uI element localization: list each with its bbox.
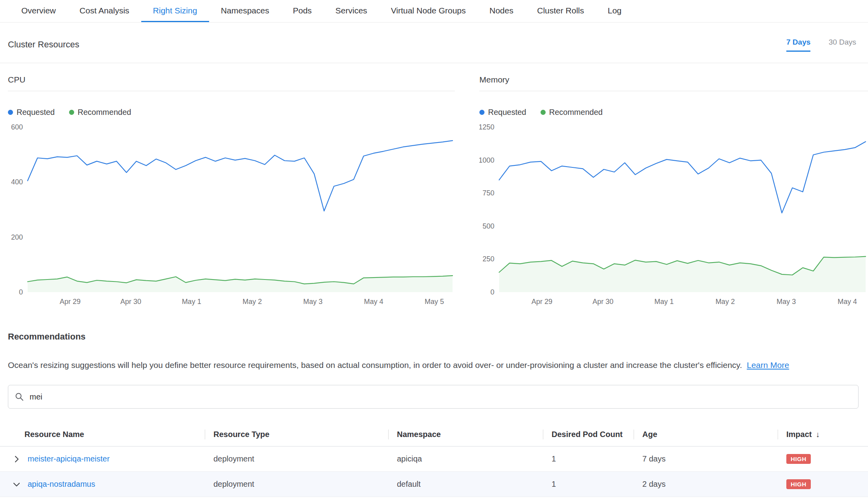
svg-text:500: 500: [483, 222, 494, 230]
legend-item-requested[interactable]: Requested: [8, 108, 55, 117]
column-impact-label: Impact: [786, 430, 812, 439]
age-cell: 2 days: [634, 480, 778, 489]
legend-dot-recommended: [69, 110, 74, 115]
recommendations-title: Recommendations: [8, 332, 868, 342]
resource-name-link[interactable]: meister-apiciqa-meister: [28, 454, 110, 463]
charts-section: CPU Requested Recommended 0200400600Apr …: [0, 63, 868, 306]
table-row[interactable]: apiqa-nostradamus deployment default 1 2…: [0, 472, 868, 497]
chevron-right-icon[interactable]: [12, 454, 21, 464]
legend-label-recommended: Recommended: [78, 108, 131, 117]
range-7-days[interactable]: 7 Days: [786, 38, 810, 52]
svg-text:May 1: May 1: [182, 298, 201, 306]
cpu-chart-title: CPU: [8, 63, 455, 91]
desired-pod-count-cell: 1: [543, 480, 634, 489]
resource-type-cell: deployment: [205, 454, 388, 463]
svg-text:0: 0: [19, 288, 23, 296]
resource-name-cell: apiqa-nostradamus: [0, 480, 205, 489]
sort-descending-icon[interactable]: ↓: [816, 430, 819, 439]
impact-cell: HIGH: [778, 454, 868, 464]
range-30-days[interactable]: 30 Days: [829, 38, 856, 52]
svg-text:600: 600: [11, 124, 23, 131]
search-icon: [15, 392, 24, 401]
svg-text:Apr 30: Apr 30: [593, 298, 614, 306]
legend-label-requested: Requested: [17, 108, 55, 117]
svg-text:May 2: May 2: [243, 298, 262, 306]
svg-text:May 3: May 3: [776, 298, 796, 306]
svg-text:May 4: May 4: [838, 298, 857, 306]
recommendations-description: Ocean's resizing suggestions will help y…: [8, 360, 859, 370]
column-age: Age: [634, 423, 778, 446]
tab-cluster-rolls[interactable]: Cluster Rolls: [525, 0, 596, 22]
legend-item-requested[interactable]: Requested: [479, 108, 526, 117]
legend-dot-requested: [479, 110, 485, 115]
search-input[interactable]: [29, 392, 852, 402]
cluster-resources-title: Cluster Resources: [8, 39, 79, 50]
recommendations-table: Resource Name Resource Type Namespace De…: [0, 423, 868, 497]
tab-services[interactable]: Services: [324, 0, 379, 22]
svg-text:May 5: May 5: [425, 298, 444, 306]
svg-text:200: 200: [11, 233, 23, 241]
namespace-cell: apiciqa: [388, 454, 543, 463]
legend-dot-requested: [8, 110, 13, 115]
column-resource-type: Resource Type: [205, 423, 388, 446]
resource-type-cell: deployment: [205, 480, 388, 489]
resource-search[interactable]: [8, 385, 859, 409]
recommendations-description-text: Ocean's resizing suggestions will help y…: [8, 360, 742, 370]
chevron-down-icon[interactable]: [12, 480, 21, 489]
legend-label-requested: Requested: [488, 108, 526, 117]
svg-text:May 2: May 2: [715, 298, 735, 306]
svg-text:1000: 1000: [479, 156, 494, 164]
svg-text:0: 0: [490, 288, 494, 296]
cpu-line-plot: 0200400600Apr 29Apr 30May 1May 2May 3May…: [8, 124, 455, 306]
legend-item-recommended[interactable]: Recommended: [69, 108, 131, 117]
svg-text:May 4: May 4: [364, 298, 383, 306]
desired-pod-count-cell: 1: [543, 454, 634, 463]
svg-text:Apr 29: Apr 29: [60, 298, 80, 306]
cpu-chart-legend: Requested Recommended: [8, 108, 455, 117]
top-tab-bar: Overview Cost Analysis Right Sizing Name…: [0, 0, 868, 23]
tab-right-sizing[interactable]: Right Sizing: [141, 0, 209, 22]
column-desired-pod-count: Desired Pod Count: [543, 423, 634, 446]
svg-text:May 3: May 3: [303, 298, 323, 306]
resource-name-link[interactable]: apiqa-nostradamus: [28, 480, 95, 489]
tab-cost-analysis[interactable]: Cost Analysis: [68, 0, 141, 22]
age-cell: 7 days: [634, 454, 778, 463]
resource-name-cell: meister-apiciqa-meister: [0, 454, 205, 464]
memory-chart-legend: Requested Recommended: [479, 108, 868, 117]
tab-overview[interactable]: Overview: [9, 0, 68, 22]
namespace-cell: default: [388, 480, 543, 489]
svg-text:May 1: May 1: [655, 298, 674, 306]
column-resource-name: Resource Name: [0, 423, 205, 446]
svg-text:250: 250: [483, 255, 494, 263]
tab-virtual-node-groups[interactable]: Virtual Node Groups: [379, 0, 478, 22]
memory-chart-title: Memory: [479, 63, 868, 91]
cpu-chart: CPU Requested Recommended 0200400600Apr …: [8, 63, 455, 306]
memory-chart: Memory Requested Recommended 02505007501…: [479, 63, 868, 306]
tab-pods[interactable]: Pods: [281, 0, 324, 22]
table-header-row: Resource Name Resource Type Namespace De…: [0, 423, 868, 446]
column-impact: Impact ↓: [778, 423, 868, 446]
svg-text:Apr 30: Apr 30: [120, 298, 141, 306]
impact-badge-high: HIGH: [786, 479, 811, 489]
legend-item-recommended[interactable]: Recommended: [541, 108, 603, 117]
svg-text:400: 400: [11, 178, 23, 186]
svg-text:1250: 1250: [479, 124, 494, 131]
legend-dot-recommended: [541, 110, 546, 115]
time-range-toggle: 7 Days 30 Days: [786, 38, 856, 52]
impact-badge-high: HIGH: [786, 454, 811, 464]
svg-text:750: 750: [483, 189, 494, 197]
impact-cell: HIGH: [778, 479, 868, 489]
column-namespace: Namespace: [388, 423, 543, 446]
memory-line-plot: 025050075010001250Apr 29Apr 30May 1May 2…: [479, 124, 868, 306]
legend-label-recommended: Recommended: [549, 108, 603, 117]
learn-more-link[interactable]: Learn More: [747, 360, 789, 370]
table-row[interactable]: meister-apiciqa-meister deployment apici…: [0, 446, 868, 472]
svg-text:Apr 29: Apr 29: [531, 298, 552, 306]
tab-nodes[interactable]: Nodes: [478, 0, 526, 22]
cluster-resources-header: Cluster Resources 7 Days 30 Days: [0, 23, 868, 63]
tab-namespaces[interactable]: Namespaces: [209, 0, 281, 22]
tab-log[interactable]: Log: [596, 0, 633, 22]
